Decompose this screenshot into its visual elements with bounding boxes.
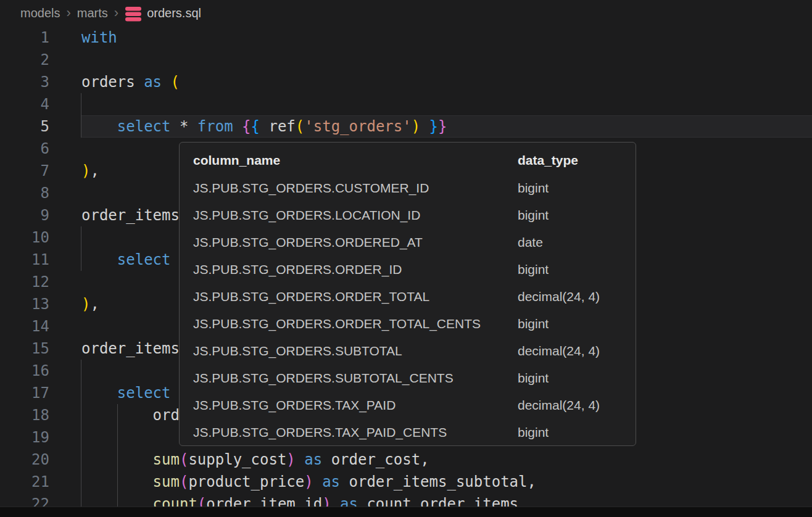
database-icon xyxy=(125,5,142,22)
line-number[interactable]: 4 xyxy=(0,93,49,115)
indent-guide xyxy=(81,93,81,138)
popup-column-name: JS.PUB.STG_ORDERS.CUSTOMER_ID xyxy=(193,181,518,196)
code-text: order_items xyxy=(81,204,180,226)
popup-column-row: JS.PUB.STG_ORDERS.SUBTOTAL_CENTSbigint xyxy=(193,365,622,392)
popup-column-row: JS.PUB.STG_ORDERS.TAX_PAID_CENTSbigint xyxy=(193,419,622,446)
line-number[interactable]: 8 xyxy=(0,182,49,204)
popup-column-row: JS.PUB.STG_ORDERS.SUBTOTALdecimal(24, 4) xyxy=(193,337,622,365)
line-number[interactable]: 15 xyxy=(0,337,49,360)
column-info-popup[interactable]: column_name data_type JS.PUB.STG_ORDERS.… xyxy=(179,142,636,446)
line-number[interactable]: 16 xyxy=(0,360,49,382)
line-number[interactable]: 19 xyxy=(0,426,49,449)
code-text: ), xyxy=(81,160,99,182)
popup-column-data-type: bigint xyxy=(518,425,622,440)
popup-column-data-type: bigint xyxy=(518,208,622,223)
popup-column-row: JS.PUB.STG_ORDERS.ORDER_IDbigint xyxy=(193,256,622,283)
popup-column-row: JS.PUB.STG_ORDERS.ORDER_TOTALdecimal(24,… xyxy=(193,283,622,310)
popup-column-name: JS.PUB.STG_ORDERS.ORDERED_AT xyxy=(193,235,518,250)
line-number[interactable]: 12 xyxy=(0,271,49,293)
code-text: order_items xyxy=(81,337,180,360)
line-number[interactable]: 17 xyxy=(0,382,49,404)
panel-divider xyxy=(0,507,812,517)
code-text: select xyxy=(81,249,171,271)
breadcrumb-separator-icon: › xyxy=(114,6,118,20)
breadcrumb-item-models[interactable]: models xyxy=(20,6,60,20)
line-number[interactable]: 7 xyxy=(0,160,49,182)
popup-column-name: JS.PUB.STG_ORDERS.ORDER_ID xyxy=(193,262,518,277)
line-number[interactable]: 11 xyxy=(0,249,49,271)
popup-column-data-type: bigint xyxy=(518,181,622,196)
indent-guide xyxy=(81,360,81,507)
popup-header-column-name: column_name xyxy=(193,153,518,168)
line-number[interactable]: 3 xyxy=(0,71,49,93)
breadcrumb-label: orders.sql xyxy=(147,6,201,20)
popup-column-name: JS.PUB.STG_ORDERS.TAX_PAID_CENTS xyxy=(193,425,518,440)
popup-column-name: JS.PUB.STG_ORDERS.SUBTOTAL_CENTS xyxy=(193,371,518,386)
breadcrumb-item-orders-sql[interactable]: orders.sql xyxy=(125,5,201,22)
breadcrumb-label: marts xyxy=(77,6,108,20)
code-text: select xyxy=(81,382,171,404)
line-number[interactable]: 10 xyxy=(0,226,49,249)
code-line-4[interactable]: 4 xyxy=(0,93,812,115)
code-line-21[interactable]: 21 sum(product_price) as order_items_sub… xyxy=(0,471,812,493)
indent-guide xyxy=(81,226,81,271)
line-number[interactable]: 2 xyxy=(0,49,49,71)
code-text: orders as ( xyxy=(81,71,180,93)
code-text: ), xyxy=(81,293,99,315)
popup-column-data-type: date xyxy=(518,235,622,250)
code-text: sum(product_price) as order_items_subtot… xyxy=(81,471,536,493)
popup-header-data-type: data_type xyxy=(518,153,622,168)
popup-column-data-type: decimal(24, 4) xyxy=(518,289,622,304)
code-line-20[interactable]: 20 sum(supply_cost) as order_cost, xyxy=(0,449,812,471)
code-text: ord xyxy=(81,404,180,426)
popup-column-data-type: bigint xyxy=(518,262,622,277)
indent-guide xyxy=(117,404,118,507)
popup-column-name: JS.PUB.STG_ORDERS.LOCATION_ID xyxy=(193,208,518,223)
popup-column-data-type: decimal(24, 4) xyxy=(518,344,622,358)
code-text: select * from {{ ref('stg_orders') }} xyxy=(81,115,447,138)
line-number[interactable]: 14 xyxy=(0,315,49,337)
code-line-2[interactable]: 2 xyxy=(0,49,812,71)
breadcrumb: models›marts›orders.sql xyxy=(0,0,812,27)
popup-column-row: JS.PUB.STG_ORDERS.CUSTOMER_IDbigint xyxy=(193,175,622,202)
popup-column-row: JS.PUB.STG_ORDERS.ORDERED_ATdate xyxy=(193,229,622,256)
popup-column-data-type: bigint xyxy=(518,316,622,331)
breadcrumb-item-marts[interactable]: marts xyxy=(77,6,108,20)
line-number[interactable]: 1 xyxy=(0,27,49,49)
popup-column-name: JS.PUB.STG_ORDERS.TAX_PAID xyxy=(193,398,518,413)
code-line-1[interactable]: 1with xyxy=(0,27,812,49)
code-line-3[interactable]: 3orders as ( xyxy=(0,71,812,93)
code-text: sum(supply_cost) as order_cost, xyxy=(81,449,429,471)
line-number[interactable]: 5 xyxy=(0,115,49,138)
line-number[interactable]: 18 xyxy=(0,404,49,426)
popup-column-row: JS.PUB.STG_ORDERS.LOCATION_IDbigint xyxy=(193,202,622,229)
popup-column-data-type: decimal(24, 4) xyxy=(518,398,622,413)
line-number[interactable]: 20 xyxy=(0,449,49,471)
line-number[interactable]: 6 xyxy=(0,138,49,160)
line-number[interactable]: 21 xyxy=(0,471,49,493)
popup-column-name: JS.PUB.STG_ORDERS.SUBTOTAL xyxy=(193,344,518,358)
breadcrumb-separator-icon: › xyxy=(66,6,70,20)
breadcrumb-label: models xyxy=(20,6,60,20)
line-number[interactable]: 9 xyxy=(0,204,49,226)
popup-column-name: JS.PUB.STG_ORDERS.ORDER_TOTAL_CENTS xyxy=(193,316,518,331)
popup-column-data-type: bigint xyxy=(518,371,622,386)
popup-header-row: column_name data_type xyxy=(193,146,622,175)
editor-window: models›marts›orders.sql 1with23orders as… xyxy=(0,0,812,517)
popup-column-row: JS.PUB.STG_ORDERS.ORDER_TOTAL_CENTSbigin… xyxy=(193,310,622,337)
code-line-5[interactable]: 5 select * from {{ ref('stg_orders') }} xyxy=(0,115,812,138)
line-number[interactable]: 13 xyxy=(0,293,49,315)
popup-column-name: JS.PUB.STG_ORDERS.ORDER_TOTAL xyxy=(193,289,518,304)
code-text: with xyxy=(81,27,117,49)
popup-column-row: JS.PUB.STG_ORDERS.TAX_PAIDdecimal(24, 4) xyxy=(193,392,622,419)
